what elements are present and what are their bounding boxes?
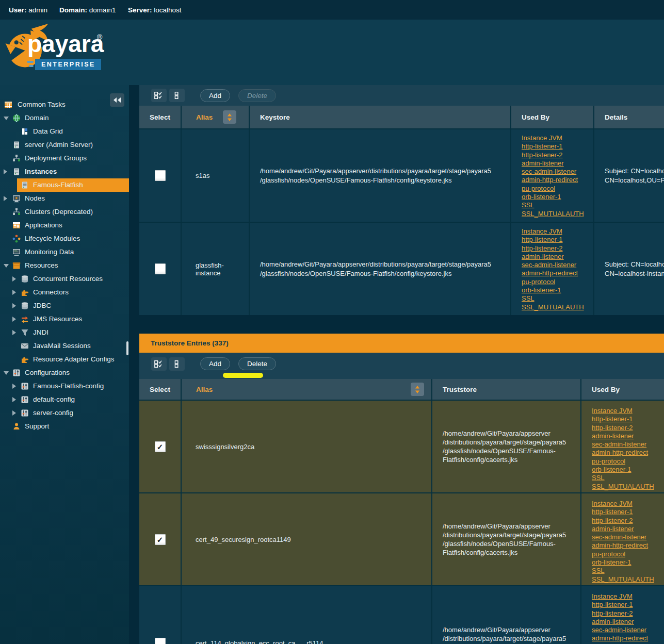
used-by-link[interactable]: admin-http-redirect	[522, 269, 593, 277]
used-by-link[interactable]: pu-protocol	[522, 185, 593, 193]
used-by-link[interactable]: SSL	[592, 567, 664, 575]
used-by-link[interactable]: orb-listener-1	[592, 466, 664, 474]
chevron-right-icon[interactable]	[12, 276, 16, 282]
row-checkbox[interactable]	[155, 441, 166, 452]
used-by-link[interactable]: http-listener-2	[522, 151, 593, 159]
deselect-all-button[interactable]	[169, 89, 185, 102]
used-by-link[interactable]: admin-http-redirect	[522, 176, 593, 184]
row-checkbox[interactable]	[155, 534, 166, 545]
used-by-link[interactable]: admin-listener	[592, 432, 664, 440]
used-by-link[interactable]: SSL	[592, 474, 664, 482]
column-header-alias[interactable]: Alias	[182, 106, 249, 128]
used-by-link[interactable]: admin-listener	[522, 159, 593, 168]
used-by-link[interactable]: admin-listener	[592, 618, 664, 626]
sidebar-item-applications[interactable]: Applications	[0, 219, 129, 232]
used-by-link[interactable]: http-listener-1	[592, 415, 664, 423]
used-by-link[interactable]: SSL_MUTUALAUTH	[522, 210, 593, 218]
sidebar-item-configurations[interactable]: Configurations	[0, 366, 129, 379]
used-by-link[interactable]: orb-listener-1	[522, 193, 593, 201]
used-by-link[interactable]: http-listener-1	[522, 142, 593, 151]
used-by-link[interactable]: sec-admin-listener	[592, 626, 664, 634]
sidebar-item-data-grid[interactable]: Data Grid	[0, 125, 129, 138]
used-by-link[interactable]: SSL	[522, 294, 593, 303]
sidebar-item-instances[interactable]: Instances	[0, 165, 129, 178]
sidebar-item-jms-resources[interactable]: JMS Resources	[0, 312, 129, 326]
used-by-link[interactable]: orb-listener-1	[592, 558, 664, 567]
used-by-link[interactable]: orb-listener-1	[522, 286, 593, 294]
column-header-alias[interactable]: Alias	[182, 379, 431, 400]
deselect-all-button[interactable]	[169, 357, 185, 371]
used-by-link[interactable]: Instance JVM	[522, 134, 593, 142]
used-by-link[interactable]: admin-listener	[522, 253, 593, 261]
select-all-button[interactable]	[151, 357, 167, 371]
chevron-right-icon[interactable]	[12, 397, 16, 402]
keystore-delete-button[interactable]: Delete	[238, 89, 276, 102]
chevron-right-icon[interactable]	[12, 330, 16, 335]
used-by-link[interactable]: SSL	[522, 201, 593, 209]
used-by-link[interactable]: http-listener-2	[522, 244, 593, 253]
used-by-link[interactable]: SSL_MUTUALAUTH	[592, 575, 664, 584]
chevron-right-icon[interactable]	[12, 317, 16, 322]
used-by-link[interactable]: http-listener-1	[592, 601, 664, 609]
used-by-link[interactable]: http-listener-1	[522, 236, 593, 244]
sidebar-item-concurrent-resources[interactable]: Concurrent Resources	[0, 272, 129, 286]
select-all-button[interactable]	[151, 89, 167, 102]
sidebar-item-connectors[interactable]: Connectors	[0, 286, 129, 299]
used-by-link[interactable]: admin-http-redirect	[592, 634, 664, 642]
used-by-link[interactable]: admin-http-redirect	[592, 541, 664, 550]
chevron-right-icon[interactable]	[4, 196, 7, 201]
used-by-link[interactable]: Instance JVM	[592, 407, 664, 415]
used-by-link[interactable]: http-listener-1	[592, 508, 664, 516]
sidebar-item-lifecycle-modules[interactable]: Lifecycle Modules	[0, 232, 129, 245]
used-by-link[interactable]: http-listener-2	[592, 424, 664, 432]
used-by-link[interactable]: pu-protocol	[592, 457, 664, 466]
sidebar-item-deployment-groups[interactable]: Deployment Groups	[0, 152, 129, 165]
used-by-link[interactable]: http-listener-2	[592, 517, 664, 525]
sidebar-item-jdbc[interactable]: JDBC	[0, 299, 129, 312]
used-by-link[interactable]: pu-protocol	[522, 278, 593, 286]
chevron-right-icon[interactable]	[12, 410, 16, 416]
used-by-link[interactable]: admin-listener	[592, 525, 664, 533]
chevron-down-icon[interactable]	[4, 117, 9, 120]
sidebar-item-resources[interactable]: Resources	[0, 259, 129, 272]
chevron-right-icon[interactable]	[12, 303, 16, 308]
sort-alias-button[interactable]	[223, 110, 236, 124]
chevron-right-icon[interactable]	[4, 169, 7, 174]
sidebar-item-clusters-deprecated[interactable]: Clusters (Deprecated)	[0, 205, 129, 219]
sort-alias-button[interactable]	[411, 383, 424, 396]
sidebar-item-resource-adapter-configs[interactable]: Resource Adapter Configs	[0, 353, 129, 366]
chevron-right-icon[interactable]	[12, 290, 16, 295]
used-by-link[interactable]: sec-admin-listener	[522, 261, 593, 269]
chevron-right-icon[interactable]	[12, 384, 16, 389]
chevron-down-icon[interactable]	[4, 264, 9, 268]
row-checkbox[interactable]	[155, 638, 166, 644]
sidebar-scrollbar-handle[interactable]	[126, 341, 128, 355]
used-by-link[interactable]: sec-admin-listener	[592, 533, 664, 541]
row-checkbox[interactable]	[155, 170, 166, 181]
used-by-link[interactable]: SSL_MUTUALAUTH	[592, 483, 664, 491]
used-by-link[interactable]: pu-protocol	[592, 550, 664, 558]
truststore-add-button[interactable]: Add	[200, 357, 230, 370]
sidebar-item-server-config[interactable]: server-config	[0, 406, 129, 420]
used-by-link[interactable]: sec-admin-listener	[522, 168, 593, 176]
used-by-link[interactable]: Instance JVM	[592, 592, 664, 601]
sidebar-item-famous-flatfish-config[interactable]: Famous-Flatfish-config	[0, 379, 129, 393]
chevron-down-icon[interactable]	[4, 371, 9, 375]
sidebar-item-common-tasks[interactable]: Common Tasks	[0, 98, 129, 111]
row-checkbox[interactable]	[155, 263, 166, 274]
sidebar-item-domain[interactable]: Domain	[0, 111, 129, 125]
used-by-link[interactable]: http-listener-2	[592, 609, 664, 618]
used-by-link[interactable]: sec-admin-listener	[592, 440, 664, 449]
sidebar-item-javamail-sessions[interactable]: JavaMail Sessions	[0, 339, 129, 353]
used-by-link[interactable]: Instance JVM	[522, 227, 593, 236]
used-by-link[interactable]: Instance JVM	[592, 500, 664, 508]
sidebar-item-jndi[interactable]: JNDI	[0, 326, 129, 339]
sidebar-item-nodes[interactable]: Nodes	[0, 192, 129, 205]
sidebar-item-server-admin-server[interactable]: server (Admin Server)	[0, 138, 129, 152]
sidebar-item-default-config[interactable]: default-config	[0, 393, 129, 406]
used-by-link[interactable]: SSL_MUTUALAUTH	[522, 303, 593, 311]
sidebar-item-famous-flatfish[interactable]: Famous-Flatfish	[0, 178, 129, 192]
truststore-delete-button[interactable]: Delete	[238, 357, 276, 370]
sidebar-item-monitoring-data[interactable]: Monitoring Data	[0, 245, 129, 259]
used-by-link[interactable]: admin-http-redirect	[592, 449, 664, 457]
